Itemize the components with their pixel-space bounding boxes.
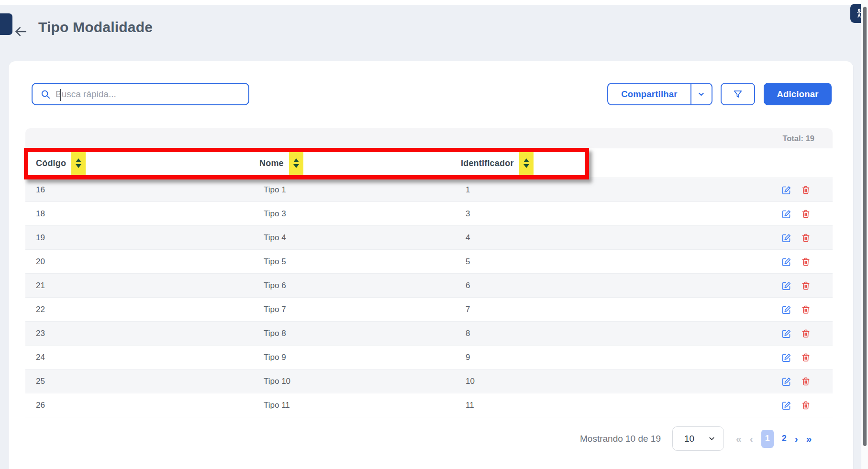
last-page-button[interactable]: » (806, 433, 812, 445)
pencil-square-icon (781, 305, 791, 315)
row-actions (781, 369, 811, 393)
cell-identificador: 7 (466, 298, 470, 322)
pencil-square-icon (781, 257, 791, 267)
search-icon (40, 89, 51, 100)
pencil-square-icon (781, 377, 791, 387)
sort-identificador-button[interactable] (519, 152, 534, 175)
delete-row-button[interactable] (801, 233, 811, 243)
total-bar: Total: 19 (25, 128, 833, 148)
trash-icon (801, 233, 811, 243)
cell-nome: Tipo 10 (264, 369, 290, 393)
arrow-left-icon (13, 24, 28, 39)
page-button-1-current[interactable]: 1 (761, 430, 774, 448)
pagination: « ‹ 1 2 › » (736, 426, 812, 451)
share-button[interactable]: Compartilhar (608, 84, 690, 104)
delete-row-button[interactable] (801, 305, 811, 314)
pencil-square-icon (781, 401, 791, 411)
row-actions (781, 322, 811, 346)
add-button[interactable]: Adicionar (764, 83, 832, 105)
scrollbar-thumb[interactable] (863, 7, 867, 446)
page-size-select[interactable]: 10 (672, 426, 724, 451)
edit-row-button[interactable] (781, 401, 791, 411)
edit-row-button[interactable] (781, 209, 791, 219)
table-row: 26 Tipo 11 11 (25, 393, 833, 417)
chevron-down-icon (697, 89, 706, 99)
trash-icon (801, 353, 811, 362)
top-strip (0, 0, 868, 5)
column-label: Código (36, 158, 66, 168)
cell-codigo: 16 (36, 178, 45, 202)
pencil-square-icon (781, 209, 791, 219)
cell-codigo: 20 (36, 250, 45, 274)
cell-codigo: 22 (36, 298, 45, 322)
cell-identificador: 11 (466, 393, 474, 417)
column-header-codigo: Código (36, 148, 86, 178)
funnel-icon (733, 89, 743, 100)
cell-codigo: 26 (36, 393, 45, 417)
cell-identificador: 1 (466, 178, 470, 202)
row-actions (781, 298, 811, 322)
delete-row-button[interactable] (801, 185, 811, 195)
cell-codigo: 25 (36, 369, 45, 393)
sort-nome-button[interactable] (289, 152, 303, 175)
delete-row-button[interactable] (801, 401, 811, 410)
cell-codigo: 24 (36, 346, 45, 369)
table-row: 21 Tipo 6 6 (25, 274, 833, 298)
cell-codigo: 19 (36, 226, 45, 250)
trash-icon (801, 401, 811, 410)
edit-row-button[interactable] (781, 377, 791, 387)
edit-row-button[interactable] (781, 185, 791, 195)
page-button-2[interactable]: 2 (782, 434, 787, 444)
first-page-button[interactable]: « (736, 433, 742, 445)
cell-nome: Tipo 7 (264, 298, 286, 322)
back-button[interactable] (12, 24, 29, 39)
delete-row-button[interactable] (801, 377, 811, 386)
column-header-nome: Nome (259, 148, 303, 178)
sort-up-triangle-icon (523, 158, 529, 162)
table-row: 19 Tipo 4 4 (25, 226, 833, 250)
trash-icon (801, 329, 811, 338)
page-title: Tipo Modalidade (38, 19, 153, 35)
delete-row-button[interactable] (801, 281, 811, 290)
cell-codigo: 23 (36, 322, 45, 346)
cell-nome: Tipo 11 (264, 393, 290, 417)
edit-row-button[interactable] (781, 257, 791, 267)
edit-row-button[interactable] (781, 305, 791, 315)
row-actions (781, 346, 811, 369)
column-header-identificador: Identificador (461, 148, 534, 178)
showing-label: Mostrando 10 de 19 (580, 426, 661, 451)
column-label: Identificador (461, 158, 514, 168)
column-label: Nome (259, 158, 284, 168)
filter-button[interactable] (721, 83, 755, 105)
cell-nome: Tipo 6 (264, 274, 286, 298)
edit-row-button[interactable] (781, 281, 791, 291)
next-page-button[interactable]: › (795, 433, 798, 445)
trash-icon (801, 281, 811, 290)
search-input[interactable] (56, 89, 248, 100)
share-dropdown-button[interactable] (690, 84, 712, 104)
edit-row-button[interactable] (781, 353, 791, 363)
trash-icon (801, 305, 811, 314)
cell-identificador: 6 (466, 274, 470, 298)
delete-row-button[interactable] (801, 353, 811, 362)
cell-identificador: 4 (466, 226, 470, 250)
sort-up-triangle-icon (76, 158, 81, 162)
trash-icon (801, 257, 811, 267)
page: { "page": { "title": "Tipo Modalidade" }… (0, 0, 868, 469)
sort-codigo-button[interactable] (71, 152, 86, 175)
cell-nome: Tipo 3 (264, 202, 286, 226)
cell-identificador: 5 (466, 250, 470, 274)
sidebar-collapsed-tab[interactable] (0, 13, 12, 35)
sort-up-triangle-icon (293, 158, 299, 162)
delete-row-button[interactable] (801, 209, 811, 219)
delete-row-button[interactable] (801, 329, 811, 338)
edit-row-button[interactable] (781, 233, 791, 243)
pencil-square-icon (781, 281, 791, 291)
prev-page-button[interactable]: ‹ (750, 433, 753, 445)
sort-down-triangle-icon (76, 164, 81, 168)
cell-codigo: 21 (36, 274, 45, 298)
table-row: 25 Tipo 10 10 (25, 369, 833, 393)
sort-down-triangle-icon (293, 164, 299, 168)
delete-row-button[interactable] (801, 257, 811, 267)
edit-row-button[interactable] (781, 329, 791, 339)
